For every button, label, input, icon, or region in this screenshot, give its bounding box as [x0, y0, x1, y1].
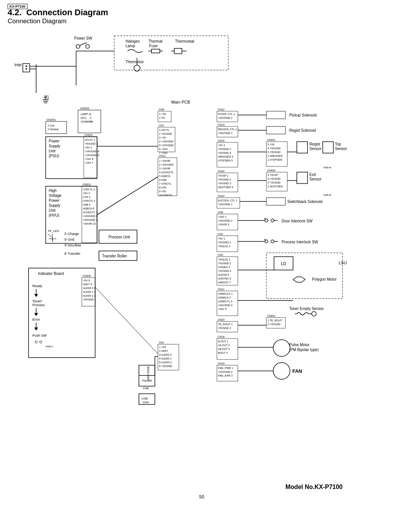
svg-text:CN20: CN20 [218, 318, 225, 321]
svg-text:LD: LD [281, 261, 286, 266]
svg-text:4  nLED0 1: 4 nLED0 1 [159, 357, 172, 360]
svg-text:Pulse Motor: Pulse Motor [289, 343, 310, 347]
svg-text:nB.OUT   3: nB.OUT 3 [218, 348, 230, 350]
svg-text:Supply: Supply [49, 144, 61, 148]
svg-text:3  +24VIR: 3 +24VIR [159, 167, 170, 170]
svg-text:nTRCTL  4: nTRCTL 4 [83, 200, 95, 202]
svg-text:5  +5V: 5 +5V [268, 143, 275, 146]
svg-text:1  +5V: 1 +5V [159, 346, 166, 348]
svg-text:1  Live: 1 Live [48, 124, 55, 127]
svg-text:+24VGND 2: +24VGND 2 [218, 219, 233, 222]
svg-text:Transfer Roller: Transfer Roller [102, 254, 127, 258]
svg-point-1 [86, 45, 89, 48]
svg-point-250 [273, 340, 290, 356]
svg-text:②: ② [64, 238, 67, 241]
svg-text:+24VGND 5: +24VGND 5 [85, 154, 99, 157]
svg-line-2 [80, 43, 87, 45]
svg-text:Thermal: Thermal [148, 39, 162, 43]
svg-text:1  +24VIR: 1 +24VIR [159, 160, 170, 162]
svg-text:+5VGND    3: +5VGND 3 [218, 152, 231, 154]
svg-text:+5VGND   2: +5VGND 2 [218, 327, 231, 329]
svg-text:4  +5VGND: 4 +5VGND [268, 147, 280, 150]
svg-text:CN14: CN14 [218, 195, 225, 197]
svg-text:TE_LED: TE_LED [48, 229, 59, 233]
svg-text:REGSOL CTL 1: REGSOL CTL 1 [218, 128, 237, 131]
svg-text:+24VGND 2: +24VGND 2 [218, 371, 233, 373]
svg-text:CN2: CN2 [218, 233, 223, 235]
svg-text:2: 2 [90, 117, 91, 119]
svg-text:CN18: CN18 [218, 335, 225, 338]
svg-text:Power: Power [49, 198, 60, 203]
svg-text:Regist: Regist [309, 142, 320, 146]
svg-text:nLED0 1  3: nLED0 1 3 [83, 291, 96, 293]
svg-text:+5VSP      1: +5VSP 1 [218, 174, 229, 177]
svg-text:④: ④ [64, 252, 67, 256]
svg-text:Process: Process [32, 303, 45, 307]
svg-text:sub-b: sub-b [323, 193, 331, 197]
svg-text:+5VGND    3: +5VGND 3 [218, 182, 231, 185]
svg-text:Sensor: Sensor [335, 147, 347, 151]
svg-text:nVIDEO   3: nVIDEO 3 [218, 266, 230, 268]
svg-rect-41 [46, 121, 67, 134]
svg-text:+5V       6: +5V 6 [83, 279, 90, 282]
svg-text:CN406: CN406 [83, 275, 91, 277]
svg-text:50: 50 [199, 494, 204, 500]
svg-point-20 [25, 66, 27, 67]
svg-text:5  nDBCH: 5 nDBCH [159, 175, 170, 177]
svg-text:CN13: CN13 [218, 123, 225, 126]
svg-rect-152 [323, 142, 333, 153]
svg-text:CN12: CN12 [218, 108, 225, 111]
svg-point-21 [25, 68, 27, 70]
svg-text:Fuse: Fuse [149, 44, 158, 48]
svg-text:nTECTL  1: nTECTL 1 [83, 188, 95, 191]
svg-marker-221 [293, 277, 305, 282]
svg-text:Toner/: Toner/ [32, 299, 42, 303]
svg-text:Thermistor: Thermistor [126, 60, 144, 64]
svg-text:nTOPSEN   5: nTOPSEN 5 [218, 159, 233, 162]
svg-rect-149 [297, 142, 307, 153]
svg-text:nA.OUT   2: nA.OUT 2 [218, 344, 230, 347]
svg-text:nKEY      5: nKEY 5 [83, 283, 92, 286]
svg-rect-216 [266, 253, 342, 299]
svg-point-188 [265, 219, 268, 222]
svg-text:Lamp: Lamp [126, 44, 135, 48]
svg-text:2  +5VGND: 2 +5VGND [159, 133, 172, 135]
svg-text:EXITSOL CTL 1: EXITSOL CTL 1 [218, 199, 237, 202]
svg-rect-132 [266, 126, 285, 134]
svg-text:4  +24VGND: 4 +24VGND [159, 140, 174, 143]
svg-rect-12 [174, 48, 182, 54]
svg-text:IEEE1284: IEEE1284 [147, 366, 150, 380]
svg-line-79 [48, 234, 53, 238]
svg-text:+24VGND    2: +24VGND 2 [218, 117, 233, 119]
svg-text:(NC): (NC) [81, 117, 86, 120]
svg-text:+5VGND  1: +5VGND 1 [83, 298, 96, 301]
svg-text:nSNRCLK 1: nSNRCLK 1 [218, 292, 233, 295]
svg-text:+24VIR  10: +24VIR 10 [83, 222, 96, 225]
svg-text:Power: Power [49, 139, 60, 143]
svg-text:1  nFCTL: 1 nFCTL [159, 129, 169, 131]
svg-text:CN16: CN16 [218, 170, 225, 173]
svg-text:6  +24V: 6 +24V [159, 148, 168, 150]
svg-text:nSNRCTL 3: nSNRCTL 3 [218, 300, 233, 303]
section-title: 4.2. Connection Diagram [8, 8, 403, 18]
svg-text:Inlet: Inlet [14, 63, 22, 67]
svg-text:Indicator Board: Indicator Board [38, 272, 64, 276]
svg-text:Supply: Supply [49, 203, 61, 208]
svg-text:PUSOL CTL  1: PUSOL CTL 1 [218, 113, 235, 115]
svg-text:(HVU): (HVU) [49, 213, 59, 217]
svg-text:Dev.Bias: Dev.Bias [68, 243, 81, 247]
svg-point-203 [271, 240, 274, 243]
svg-text:(PSU): (PSU) [49, 154, 59, 158]
page-container: KX-P7100 4.2. Connection Diagram Connect… [0, 0, 411, 508]
svg-text:+5VGND    2: +5VGND 2 [218, 178, 231, 181]
svg-point-0 [76, 45, 80, 48]
svg-text:Door Interlock SW: Door Interlock SW [282, 219, 313, 223]
svg-text:+5V(LD)  3: +5V(LD) 3 [218, 245, 230, 248]
svg-text:FG: FG [44, 95, 49, 99]
svg-line-308 [97, 177, 158, 215]
svg-point-302 [40, 341, 42, 343]
svg-text:+5V       1: +5V 1 [218, 237, 225, 240]
svg-text:nDB        5: nDB 5 [83, 203, 91, 206]
svg-point-233 [312, 312, 316, 316]
svg-text:nLDON    5: nLDON 5 [218, 273, 229, 276]
